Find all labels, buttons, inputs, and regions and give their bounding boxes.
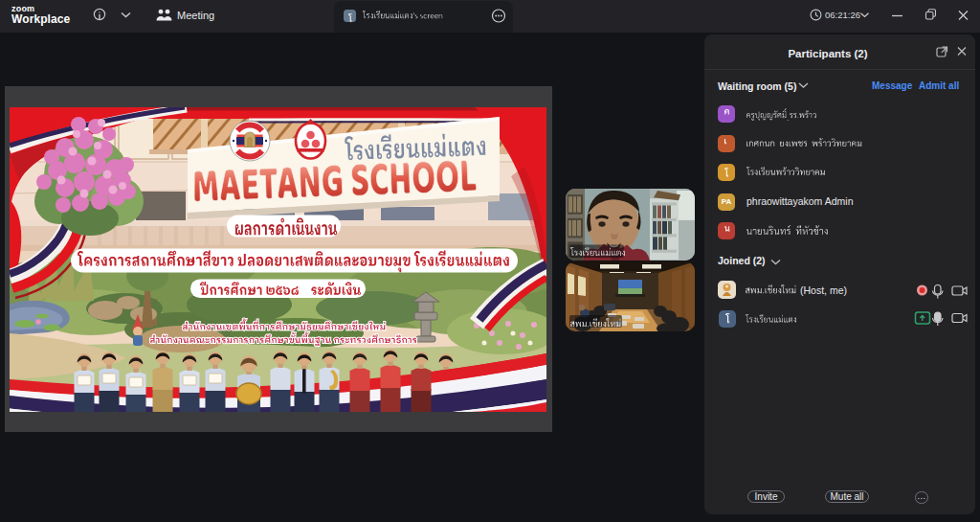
svg-text:Meeting: Meeting bbox=[177, 10, 214, 21]
svg-text:06:21:26: 06:21:26 bbox=[825, 10, 860, 20]
